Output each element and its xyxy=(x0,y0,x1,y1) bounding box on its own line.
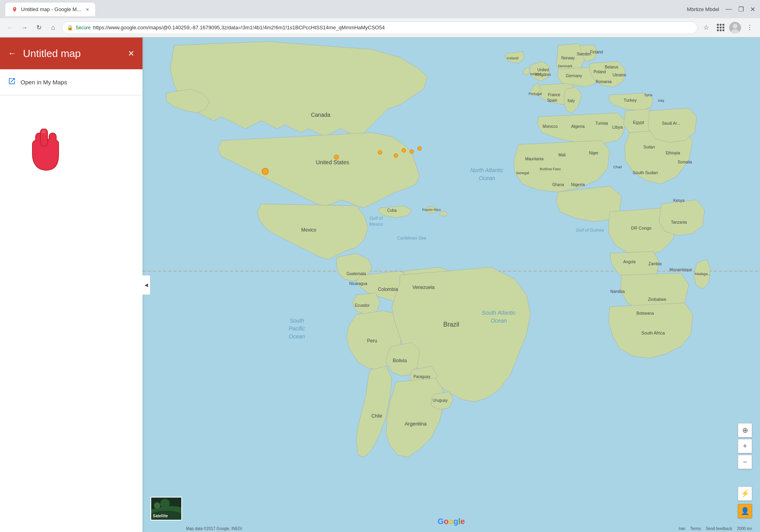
svg-text:Niger: Niger xyxy=(589,151,599,155)
svg-text:Norway: Norway xyxy=(561,56,575,60)
tab-title: Untitled map - Google M... xyxy=(21,6,81,12)
google-logo: Google xyxy=(438,517,465,526)
sidebar-header: ← Untitled map ✕ xyxy=(0,38,142,69)
svg-text:South Sudan: South Sudan xyxy=(633,170,658,175)
svg-text:Mauritania: Mauritania xyxy=(525,157,544,161)
svg-text:Egypt: Egypt xyxy=(633,120,644,125)
apps-icon[interactable] xyxy=(715,22,726,33)
reload-btn[interactable]: ↻ xyxy=(33,22,44,33)
address-bar: ← → ↻ ⌂ 🔒 Secure https://www.google.com/… xyxy=(0,18,760,37)
secure-icon: 🔒 xyxy=(67,25,73,30)
svg-text:Ethiopia: Ethiopia xyxy=(666,151,680,155)
close-btn[interactable]: ✕ xyxy=(750,6,755,13)
scale-indicator: 2000 km xyxy=(737,526,752,531)
tab-close-btn[interactable]: × xyxy=(86,6,89,13)
svg-text:Spain: Spain xyxy=(547,98,557,103)
svg-text:Ecuador: Ecuador xyxy=(355,303,370,308)
svg-text:Mexico: Mexico xyxy=(301,227,316,233)
svg-text:Belarus: Belarus xyxy=(605,65,618,69)
svg-text:Colombia: Colombia xyxy=(378,287,398,292)
svg-text:Madaga...: Madaga... xyxy=(695,272,711,276)
url-bar[interactable]: 🔒 Secure https://www.google.com/maps/@0.… xyxy=(62,21,697,34)
street-view-btn[interactable]: 👤 xyxy=(738,504,752,518)
sidebar-close-btn[interactable]: ✕ xyxy=(128,49,135,58)
svg-point-89 xyxy=(394,154,398,158)
sidebar: ← Untitled map ✕ Open in My Maps xyxy=(0,38,142,532)
active-tab[interactable]: Untitled map - Google M... × xyxy=(5,2,96,16)
svg-text:Gulf of: Gulf of xyxy=(370,216,383,220)
svg-text:Chile: Chile xyxy=(371,413,382,419)
svg-text:Namibia: Namibia xyxy=(610,289,625,294)
svg-text:Senegal: Senegal xyxy=(516,171,529,175)
svg-text:Tanzania: Tanzania xyxy=(671,220,687,224)
svg-text:Kingdom: Kingdom xyxy=(535,72,551,77)
svg-text:Ukraine: Ukraine xyxy=(613,73,627,77)
main-content: ← Untitled map ✕ Open in My Maps xyxy=(0,38,760,532)
more-options-icon[interactable]: ⋮ xyxy=(744,22,755,33)
svg-text:Puerto Rico: Puerto Rico xyxy=(422,208,441,212)
svg-text:Finland: Finland xyxy=(590,50,603,54)
zoom-out-btn[interactable]: − xyxy=(738,455,752,469)
svg-text:France: France xyxy=(548,93,560,97)
svg-text:Ocean: Ocean xyxy=(479,175,495,181)
flash-btn[interactable]: ⚡ xyxy=(738,486,752,501)
window-controls: Mbrtize Mbdel — ❐ ✕ xyxy=(687,6,755,13)
svg-text:Argentina: Argentina xyxy=(405,421,427,427)
svg-text:Canada: Canada xyxy=(311,112,330,118)
svg-text:Morocco: Morocco xyxy=(543,124,558,129)
external-link-icon xyxy=(8,77,16,87)
forward-btn[interactable]: → xyxy=(19,22,30,33)
svg-text:South Africa: South Africa xyxy=(641,331,665,335)
svg-text:Italy: Italy xyxy=(568,99,575,103)
svg-text:Ghana: Ghana xyxy=(552,182,564,187)
svg-point-91 xyxy=(410,150,414,154)
sidebar-back-btn[interactable]: ← xyxy=(8,48,17,59)
map-footer: Iran Terms Send feedback 2000 km xyxy=(678,526,752,531)
svg-text:Syria: Syria xyxy=(644,93,653,97)
home-btn[interactable]: ⌂ xyxy=(48,22,59,33)
svg-text:Uruguay: Uruguay xyxy=(433,398,448,403)
terms-link[interactable]: Terms xyxy=(690,526,701,531)
svg-text:United: United xyxy=(538,68,549,72)
svg-text:Zambia: Zambia xyxy=(648,262,662,266)
svg-text:Ocean: Ocean xyxy=(490,317,507,324)
minimize-btn[interactable]: — xyxy=(726,6,732,13)
open-in-my-maps-label: Open in My Maps xyxy=(21,79,67,86)
browser-chrome: Untitled map - Google M... × Mbrtize Mbd… xyxy=(0,0,760,38)
user-name: Mbrtize Mbdel xyxy=(687,6,719,12)
svg-text:Venezuela: Venezuela xyxy=(412,285,435,290)
svg-text:Paraguay: Paraguay xyxy=(414,374,431,379)
svg-text:Cuba: Cuba xyxy=(387,208,397,213)
svg-text:Nigeria: Nigeria xyxy=(571,182,585,187)
zoom-in-btn[interactable]: + xyxy=(738,439,752,453)
location-btn[interactable]: ⊕ xyxy=(738,423,752,437)
svg-text:DR Congo: DR Congo xyxy=(631,226,651,230)
svg-text:Poland: Poland xyxy=(593,70,606,74)
collapse-sidebar-btn[interactable]: ◀ xyxy=(142,275,150,295)
avatar[interactable] xyxy=(729,22,741,34)
map-data-attribution: Map data ©2017 Google, INEGI xyxy=(186,526,242,531)
svg-text:Gulf of Guinea: Gulf of Guinea xyxy=(576,228,604,232)
iran-link[interactable]: Iran xyxy=(678,526,685,531)
collapse-icon: ◀ xyxy=(144,282,148,288)
bookmark-icon[interactable]: ☆ xyxy=(701,22,712,33)
maximize-btn[interactable]: ❐ xyxy=(738,6,744,13)
svg-text:Burkina Faso: Burkina Faso xyxy=(540,167,560,171)
svg-text:Algeria: Algeria xyxy=(571,124,585,129)
title-bar: Untitled map - Google M... × Mbrtize Mbd… xyxy=(0,0,760,18)
svg-point-87 xyxy=(334,155,339,160)
satellite-view-toggle[interactable]: Satellite xyxy=(150,497,182,521)
svg-text:United States: United States xyxy=(316,159,349,165)
map-area[interactable]: Canada United States Mexico Cuba Puerto … xyxy=(142,38,760,532)
svg-text:Iraq: Iraq xyxy=(658,99,664,103)
svg-text:Pacific: Pacific xyxy=(289,325,305,332)
svg-point-93 xyxy=(262,168,268,175)
svg-text:Libya: Libya xyxy=(612,125,623,129)
svg-point-9 xyxy=(439,211,447,216)
svg-text:South: South xyxy=(290,317,304,324)
open-in-my-maps-btn[interactable]: Open in My Maps xyxy=(0,69,142,95)
svg-text:Portugal: Portugal xyxy=(528,92,542,96)
send-feedback-link[interactable]: Send feedback xyxy=(706,526,732,531)
back-btn[interactable]: ← xyxy=(5,22,16,33)
svg-text:Ocean: Ocean xyxy=(289,333,305,340)
